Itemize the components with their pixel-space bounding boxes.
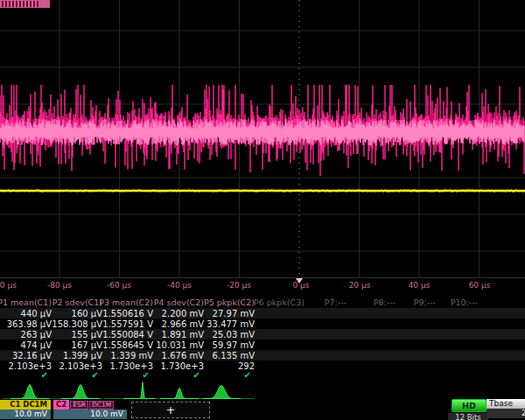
parameter-value: 1.558645 V xyxy=(102,340,153,350)
c2-coupling-tag: DC1M xyxy=(89,401,114,410)
channel-c1-descriptor[interactable]: C1 DC1M 10.0 mV xyxy=(0,400,51,419)
adc-bits-label: 12 Bits xyxy=(448,413,488,420)
histicon-strip xyxy=(0,380,525,401)
status-check-icon: ✔ xyxy=(244,370,251,380)
parameter-header-p6[interactable]: P6 pkpk(C3) xyxy=(254,298,304,307)
parameter-value: 160 µV xyxy=(72,309,102,318)
time-axis-label: -40 µs xyxy=(167,281,192,290)
time-axis-label: -80 µs xyxy=(47,281,72,290)
parameter-header-p7---[interactable]: P7:--- xyxy=(325,298,346,307)
add-trace-button[interactable]: + xyxy=(131,402,210,418)
status-check-icon: ✔ xyxy=(92,370,99,380)
histicon-thumbnail[interactable] xyxy=(160,388,199,399)
c1-title: C1 DC1M xyxy=(0,400,51,410)
parameter-value: 263 µV xyxy=(21,330,52,340)
trigger-time-marker-icon[interactable] xyxy=(296,278,303,284)
time-axis-label: 20 µs xyxy=(349,281,371,290)
parameter-value: 32.16 µV xyxy=(12,351,52,360)
trace-label-badge[interactable] xyxy=(0,0,50,8)
status-check-icon: ✔ xyxy=(41,370,48,380)
parameter-value: 1.399 µV xyxy=(63,351,102,360)
time-axis-label: -100 µs xyxy=(0,281,17,290)
parameter-header-p3[interactable]: P3 mean(C2) xyxy=(99,298,153,307)
parameter-header-p2[interactable]: P2 sdev(C1) xyxy=(52,298,102,307)
c2-title: C2 ESR DC1M xyxy=(53,400,127,410)
c1-scale: 10.0 mV xyxy=(0,410,51,419)
time-axis-label: 40 µs xyxy=(409,281,430,290)
c2-esr-tag: ESR xyxy=(70,401,88,410)
graticule-svg xyxy=(0,0,525,278)
parameter-value: 10.031 mV xyxy=(156,340,204,350)
histicon-thumbnail[interactable] xyxy=(10,385,49,399)
parameter-value: 1.339 mV xyxy=(111,351,153,360)
channel-c2-descriptor[interactable]: C2 ESR DC1M 10.0 mV xyxy=(53,400,127,419)
status-check-icon: ✔ xyxy=(143,370,150,380)
parameter-value: 1.676 mV xyxy=(162,351,204,360)
histicon-thumbnail[interactable] xyxy=(61,385,100,399)
parameter-header-p10---[interactable]: P10:--- xyxy=(451,298,478,307)
histicon-thumbnail[interactable] xyxy=(202,386,241,399)
time-axis: -100 µs-80 µs-60 µs-40 µs-20 µs0 µs20 µs… xyxy=(0,278,525,296)
parameter-header-p9---[interactable]: P9:--- xyxy=(414,298,436,307)
measurement-table: P1 mean(C1)440 µV363.98 µV263 µV474 µV32… xyxy=(0,298,525,382)
parameter-header-p1[interactable]: P1 mean(C1) xyxy=(0,298,52,307)
parameter-value: 25.03 mV xyxy=(213,330,255,340)
time-axis-label: -60 µs xyxy=(107,281,131,290)
c2-scale: 10.0 mV xyxy=(53,410,127,419)
parameter-value: 474 µV xyxy=(21,340,52,350)
timebase-descriptor[interactable]: Tbase 20.0 xyxy=(486,399,525,418)
graticule xyxy=(0,0,525,278)
parameter-value: 1.550616 V xyxy=(102,309,153,318)
parameter-value: 2.200 mV xyxy=(162,309,204,318)
oscilloscope-screen: -100 µs-80 µs-60 µs-40 µs-20 µs0 µs20 µs… xyxy=(0,0,525,420)
parameter-value: 155 µV xyxy=(72,330,102,340)
descriptor-bar: C1 DC1M 10.0 mV C2 ESR DC1M 10.0 mV + HD… xyxy=(0,399,525,420)
parameter-value: 1.891 mV xyxy=(162,330,204,340)
c2-chip: C2 xyxy=(53,400,69,410)
parameter-value: 363.98 µV xyxy=(7,319,52,329)
status-check-icon: ✔ xyxy=(193,370,200,380)
parameter-value: 2.966 mV xyxy=(162,319,204,329)
parameter-value: 6.135 mV xyxy=(213,351,255,360)
parameter-value: 27.97 mV xyxy=(213,309,255,318)
parameter-value: 440 µV xyxy=(21,309,52,318)
time-axis-label: 60 µs xyxy=(469,281,491,290)
histicon-thumbnail[interactable] xyxy=(123,382,162,399)
parameter-value: 1.557591 V xyxy=(102,319,153,329)
tbase-scale: 20.0 xyxy=(486,409,525,418)
histicons-svg xyxy=(0,380,525,401)
parameter-header-p5[interactable]: P5 pkpk(C2) xyxy=(204,298,255,307)
hd-mode-button[interactable]: HD xyxy=(452,399,486,412)
parameter-header-p8---[interactable]: P8:--- xyxy=(374,298,396,307)
parameter-value: 158.308 µV xyxy=(52,319,102,329)
parameter-value: 59.97 mV xyxy=(213,340,255,350)
parameter-value: 1.550084 V xyxy=(102,330,153,340)
parameter-value: 167 µV xyxy=(72,340,102,350)
parameter-value: 33.477 mV xyxy=(206,319,255,329)
tbase-title: Tbase xyxy=(486,399,525,409)
parameter-header-p4[interactable]: P4 sdev(C2) xyxy=(154,298,204,307)
time-axis-label: -20 µs xyxy=(227,281,251,290)
